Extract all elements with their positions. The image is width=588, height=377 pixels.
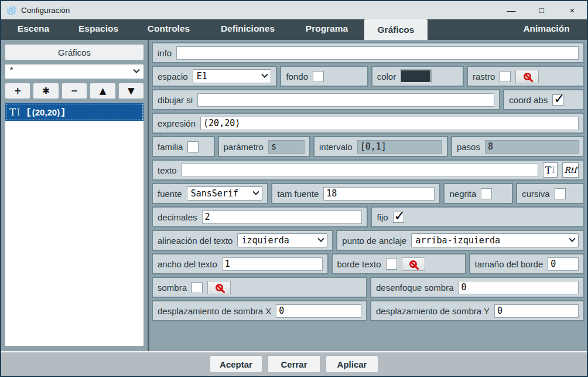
familia-field: familia [152, 136, 215, 157]
chevron-down-icon [253, 189, 259, 195]
coord-abs-field: coord abs [503, 89, 584, 110]
rtf-text-button[interactable]: Rtf [562, 162, 579, 178]
parametro-field: parámetro [218, 136, 310, 157]
left-bracket-glyph [28, 108, 30, 117]
cursiva-checkbox[interactable] [555, 188, 566, 199]
plain-text-button[interactable]: TI [543, 162, 558, 178]
prohibition-icon [409, 260, 417, 268]
tab-programa[interactable]: Programa [289, 19, 364, 38]
graphics-sidebar: Gráficos * + ✱ − ▲ ▼ TI (20,20) [1, 40, 148, 351]
chevron-down-icon [262, 72, 268, 78]
pasos-input [485, 140, 579, 154]
close-button[interactable]: × [567, 6, 577, 15]
prohibition-icon [524, 73, 531, 80]
rastro-field: rastro [467, 66, 584, 87]
desplazamiento-y-field: desplazamiento de sombra Y [370, 300, 584, 321]
borde-texto-field: borde texto [331, 253, 466, 274]
tamano-borde-input[interactable] [548, 257, 579, 271]
borde-texto-none-button[interactable] [402, 257, 425, 271]
app-logo-icon [7, 6, 16, 15]
fondo-checkbox[interactable] [313, 71, 324, 82]
chevron-down-icon [318, 236, 324, 242]
tam-fuente-field: tam fuente [271, 183, 440, 204]
move-up-button[interactable]: ▲ [90, 83, 115, 99]
info-field: info [152, 42, 584, 63]
tam-fuente-input[interactable] [323, 187, 435, 201]
rastro-checkbox[interactable] [500, 71, 511, 82]
graphic-properties-form: info espacio E1 fondo color [149, 40, 587, 351]
sidebar-header: Gráficos [5, 44, 144, 60]
aplicar-button[interactable]: Aplicar [326, 355, 378, 373]
window-title: Configuración [21, 6, 70, 15]
espacio-select[interactable]: E1 [193, 69, 272, 83]
color-swatch-button[interactable] [401, 70, 431, 83]
texto-field: texto TI Rtf [152, 159, 584, 181]
list-item-label: (20,20) [26, 107, 67, 117]
tab-controles[interactable]: Controles [131, 19, 206, 38]
tab-spacer [428, 19, 506, 38]
cursiva-field: cursiva [516, 183, 584, 204]
familia-checkbox[interactable] [187, 141, 199, 152]
ancho-texto-input[interactable] [222, 257, 323, 271]
tab-bar: Escena Espacios Controles Definiciones P… [1, 19, 587, 38]
graphics-toolbar: + ✱ − ▲ ▼ [5, 83, 144, 99]
expresion-input[interactable] [200, 117, 579, 130]
info-input[interactable] [176, 46, 579, 60]
tab-definiciones[interactable]: Definiciones [206, 19, 289, 38]
tab-espacios[interactable]: Espacios [66, 19, 131, 38]
fuente-field: fuente SansSerif [152, 183, 268, 204]
move-down-button[interactable]: ▼ [118, 83, 144, 99]
ancho-texto-field: ancho del texto [152, 253, 329, 274]
tab-escena[interactable]: Escena [1, 19, 66, 38]
remove-graphic-button[interactable]: − [61, 83, 87, 99]
intervalo-input [357, 140, 442, 154]
sombra-checkbox[interactable] [192, 282, 203, 293]
pasos-field: pasos [451, 136, 584, 157]
desenfoque-sombra-field: desenfoque sombra [370, 277, 584, 298]
text-beam-icon: I [552, 165, 555, 175]
rastro-none-button[interactable] [515, 70, 539, 83]
maximize-button[interactable]: □ [536, 6, 547, 14]
fondo-field: fondo [280, 66, 368, 87]
tab-animacion[interactable]: Animación [506, 19, 587, 38]
desplazamiento-x-input[interactable] [276, 304, 361, 318]
espacio-field: espacio E1 [152, 66, 277, 87]
graphics-list: TI (20,20) [5, 103, 144, 347]
content-area: Gráficos * + ✱ − ▲ ▼ TI (20,20) [1, 38, 587, 351]
graphics-filter-select[interactable]: * [5, 64, 144, 79]
tamano-borde-field: tamaño del borde [469, 253, 584, 274]
window-controls: — □ × [506, 6, 581, 15]
prohibition-icon [216, 284, 223, 291]
anclaje-select[interactable]: arriba-izquierda [411, 233, 579, 247]
add-graphic-button[interactable]: + [5, 83, 30, 99]
title-bar: Configuración — □ × [1, 1, 587, 19]
fuente-select[interactable]: SansSerif [187, 186, 263, 201]
alineacion-select[interactable]: izquierda [237, 233, 327, 247]
sombra-none-button[interactable] [207, 281, 231, 294]
filter-value: * [10, 65, 13, 74]
fijo-checkbox[interactable] [393, 212, 404, 223]
footer-bar: Aceptar Cerrar Aplicar [1, 351, 587, 376]
coord-abs-checkbox[interactable] [552, 94, 563, 106]
minimize-button[interactable]: — [506, 6, 517, 15]
desplazamiento-y-input[interactable] [494, 304, 579, 318]
aceptar-button[interactable]: Aceptar [210, 355, 262, 373]
desenfoque-sombra-input[interactable] [459, 281, 579, 294]
list-item-text-graphic[interactable]: TI (20,20) [5, 103, 143, 121]
parametro-input [268, 140, 305, 154]
dibujar-si-field: dibujar si [152, 89, 500, 110]
expresion-field: expresión [152, 113, 584, 134]
dibujar-si-input[interactable] [197, 93, 494, 107]
negrita-checkbox[interactable] [481, 188, 492, 199]
cerrar-button[interactable]: Cerrar [268, 355, 320, 373]
sombra-field: sombra [152, 277, 367, 298]
color-field: color [371, 66, 464, 87]
texto-input[interactable] [182, 164, 538, 177]
chevron-down-icon [569, 236, 575, 242]
duplicate-graphic-button[interactable]: ✱ [33, 83, 59, 99]
tab-graficos[interactable]: Gráficos [364, 19, 428, 40]
borde-texto-checkbox[interactable] [386, 259, 397, 270]
anclaje-field: punto de anclaje arriba-izquierda [336, 230, 584, 251]
configuracion-window: Configuración — □ × Escena Espacios Cont… [0, 0, 588, 377]
decimales-input[interactable] [202, 210, 363, 224]
